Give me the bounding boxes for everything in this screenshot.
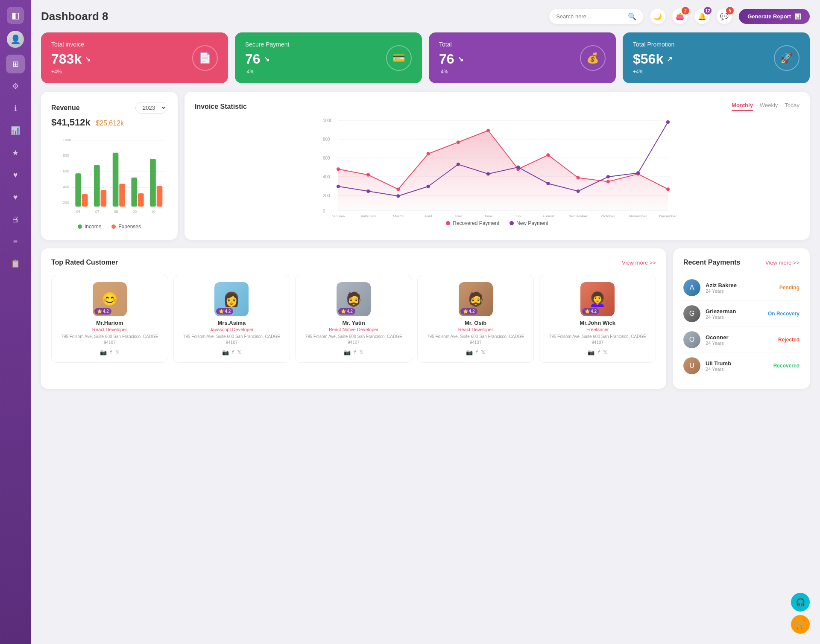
payment-item-2: O Oconner 24 Years Rejected (683, 327, 800, 353)
instagram-icon-4[interactable]: 📷 (588, 349, 594, 356)
customer-socials-2: 📷 f 𝕏 (301, 349, 407, 356)
stat-cards-container: Total invoice 783k ↘ +4% 📄 Secure Paymen… (41, 32, 810, 83)
sidebar-item-list[interactable]: 📋 (6, 254, 25, 273)
facebook-icon-0[interactable]: f (110, 349, 112, 356)
new-payment-dot (510, 221, 514, 225)
rating-badge-3: ⭐ 4.2 (460, 308, 477, 315)
twitter-icon-1[interactable]: 𝕏 (237, 349, 241, 356)
customers-view-more[interactable]: View more >> (622, 259, 656, 266)
customer-address-3: 795 Folsom Ave, Suite 600 San Francisco,… (423, 334, 529, 346)
svg-point-51 (366, 189, 370, 193)
stat-card-invoice-info: Total invoice 783k ↘ +4% (51, 41, 91, 75)
new-payment-label: New Payment (516, 220, 548, 226)
revenue-values: $41,512k $25,612k (51, 117, 167, 128)
payments-card: Recent Payments View more >> A Aziz Bakr… (673, 248, 810, 389)
stat-icon-payment: 💳 (386, 45, 412, 71)
svg-text:800: 800 (63, 153, 69, 157)
sidebar-avatar[interactable]: 👤 (7, 31, 24, 48)
customer-address-0: 795 Folsom Ave, Suite 600 San Francisco,… (57, 334, 163, 346)
page-header: Dashboard 8 🔍 🌙 👛 2 🔔 12 💬 5 Gen (41, 9, 810, 24)
payments-header: Recent Payments View more >> (683, 259, 800, 266)
svg-text:08: 08 (114, 210, 118, 214)
instagram-icon-1[interactable]: 📷 (222, 349, 229, 356)
sidebar-item-info[interactable]: ℹ (6, 99, 25, 118)
tab-monthly[interactable]: Monthly (732, 102, 753, 111)
heart-icon: ♥ (13, 171, 18, 180)
logo-icon: ◧ (12, 10, 20, 20)
svg-text:June: June (484, 214, 492, 217)
customer-address-4: 795 Folsom Ave, Suite 600 San Francisco,… (545, 334, 650, 346)
trend-arrow-invoice: ↘ (85, 55, 91, 63)
twitter-icon-0[interactable]: 𝕏 (115, 349, 120, 356)
svg-point-41 (427, 152, 430, 155)
svg-text:0: 0 (323, 209, 325, 213)
svg-point-60 (636, 171, 640, 175)
support-float-button[interactable]: 🎧 (791, 593, 810, 612)
payment-years-3: 24 Years (706, 367, 768, 372)
tab-today[interactable]: Today (785, 102, 800, 111)
svg-text:800: 800 (323, 137, 330, 142)
twitter-icon-4[interactable]: 𝕏 (603, 349, 607, 356)
payment-item-1: G Griezerman 24 Years On Recovery (683, 301, 800, 327)
svg-text:March: March (393, 214, 404, 217)
svg-text:10: 10 (151, 210, 155, 214)
payment-name-0: Aziz Bakree (706, 282, 774, 288)
customer-socials-4: 📷 f 𝕏 (545, 349, 650, 356)
stat-card-promotion-info: Total Promotion $56k ↗ +4% (633, 41, 674, 75)
stat-value-promotion: $56k ↗ (633, 51, 674, 67)
stat-label-invoice: Total invoice (51, 41, 91, 48)
bar-chart-icon: 📊 (794, 13, 801, 20)
svg-rect-13 (101, 190, 107, 207)
svg-text:August: August (542, 214, 554, 217)
svg-text:06: 06 (76, 210, 80, 214)
dark-mode-toggle[interactable]: 🌙 (650, 9, 665, 24)
sidebar-logo[interactable]: ◧ (7, 7, 24, 24)
svg-point-49 (666, 187, 670, 191)
messages-button[interactable]: 💬 5 (717, 9, 732, 24)
stat-card-total-info: Total 76 ↘ -4% (439, 41, 463, 75)
instagram-icon-0[interactable]: 📷 (100, 349, 107, 356)
svg-point-59 (606, 175, 610, 178)
sidebar-item-liked[interactable]: ♥ (6, 188, 25, 207)
trend-arrow-payment: ↘ (264, 55, 269, 63)
facebook-icon-4[interactable]: f (598, 349, 600, 356)
sidebar-item-favorites[interactable]: ★ (6, 143, 25, 162)
svg-text:200: 200 (63, 201, 69, 205)
payment-item-3: U Uli Trumb 24 Years Recovered (683, 353, 800, 379)
instagram-icon-2[interactable]: 📷 (344, 349, 351, 356)
revenue-secondary-value: $25,612k (96, 119, 124, 127)
sidebar-item-settings[interactable]: ⚙ (6, 77, 25, 96)
search-box[interactable]: 🔍 (549, 9, 643, 24)
invoice-chart-svg: 1000 800 600 400 200 0 (195, 114, 800, 217)
messages-badge: 5 (726, 7, 734, 15)
svg-text:400: 400 (323, 175, 330, 179)
facebook-icon-1[interactable]: f (232, 349, 234, 356)
twitter-icon-2[interactable]: 𝕏 (359, 349, 363, 356)
customer-name-1: Mrs.Asima (179, 320, 285, 326)
sidebar-item-likes[interactable]: ♥ (6, 166, 25, 184)
customer-address-1: 795 Folsom Ave, Suite 600 San Francisco,… (179, 334, 285, 346)
search-input[interactable] (556, 13, 624, 20)
cart-float-button[interactable]: 🛒 (791, 615, 810, 634)
sidebar-item-dashboard[interactable]: ⊞ (6, 55, 25, 73)
sidebar-item-analytics[interactable]: 📊 (6, 121, 25, 140)
trend-arrow-promotion: ↗ (667, 55, 672, 63)
customers-grid: 😊 ⭐ 4.2 Mr.Hariom React Developer 795 Fo… (51, 275, 656, 363)
revenue-title: Revenue (51, 104, 80, 112)
customer-name-4: Mr.John Wick (545, 320, 650, 326)
twitter-icon-3[interactable]: 𝕏 (481, 349, 485, 356)
notifications-button[interactable]: 🔔 12 (694, 9, 710, 24)
tab-weekly[interactable]: Weekly (760, 102, 778, 111)
facebook-icon-3[interactable]: f (476, 349, 478, 356)
sidebar-item-menu[interactable]: ≡ (6, 232, 25, 251)
customer-card-3: 🧔 ⭐ 4.2 Mr. Osib React Developer 795 Fol… (417, 275, 534, 363)
recovered-dot (446, 221, 450, 225)
sidebar-item-print[interactable]: 🖨 (6, 210, 25, 229)
facebook-icon-2[interactable]: f (354, 349, 356, 356)
stat-card-payment: Secure Payment 76 ↘ -4% 💳 (235, 32, 422, 83)
instagram-icon-3[interactable]: 📷 (466, 349, 473, 356)
generate-report-button[interactable]: Generate Report 📊 (739, 9, 810, 24)
wallet-button[interactable]: 👛 2 (672, 9, 688, 24)
year-select[interactable]: 2023 (135, 102, 167, 114)
payments-view-more[interactable]: View more >> (765, 259, 800, 266)
